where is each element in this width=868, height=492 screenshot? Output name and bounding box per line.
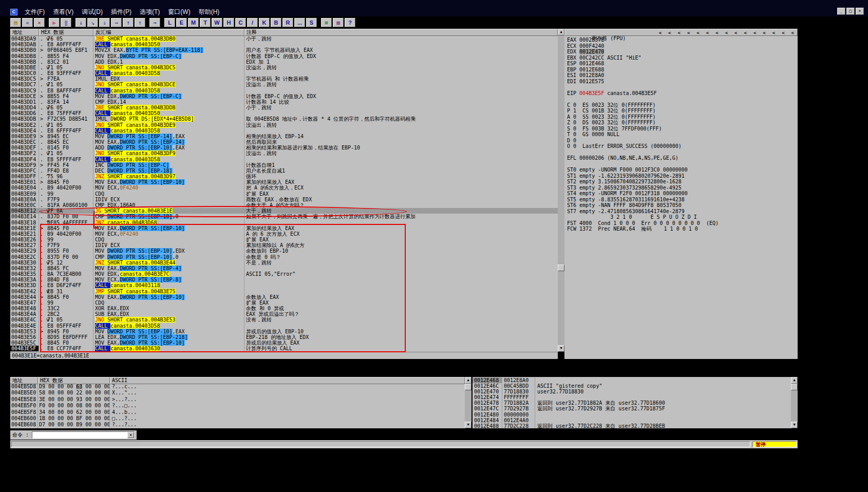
disasm-row[interactable]: 004B3DD6. E8 75FFF4FFCALL canasta.00403D… [10,110,558,116]
memory-map-button[interactable]: M [188,18,199,27]
register-line[interactable]: O 0 LastErr ERROR_SUCCESS (00000000) [567,143,798,149]
run-button[interactable]: ▶ [49,18,60,27]
call-stack-button[interactable]: K [259,18,270,27]
register-line[interactable]: EBX 00C242CC ASCII "HiE" [567,55,798,61]
register-line[interactable]: EAX 0002B37E [567,37,798,43]
references-button[interactable]: R [282,18,293,27]
stack-row[interactable]: 0012E474FFFFFFFF [473,394,791,400]
disasm-row[interactable]: 004B3DD1. 83FA 14CMP EDX,14计数器和 14 比较 [10,99,558,105]
register-line[interactable]: 3 2 1 0 E S P U O Z D I [567,214,798,220]
breakpoints-button[interactable]: B [271,18,281,27]
register-line[interactable]: Z 0 DS 0023 32位 0(FFFFFFFF) [567,120,798,126]
stack-scrollbar[interactable]: ▲ ▼ [791,377,798,428]
disasm-row[interactable]: 004B3DB8. 8B55 F4MOV EDX,DWORD PTR SS:[E… [10,53,558,59]
cpu-button[interactable]: C [235,18,246,27]
disasm-row[interactable]: 004B3DE2. v71 05JNO SHORT canasta.004B3D… [10,122,558,128]
disasm-row[interactable]: 004B3E01> 8B45 F0MOV EAX,DWORD PTR SS:[E… [10,179,558,185]
register-line[interactable]: ST7 empty -2.4718085630861641740e-2879 [567,209,798,215]
dump-row[interactable]: 004EB5E83E 00 00 00 93 00 00 00>...?... [10,396,465,403]
disasm-row[interactable]: 004B3DF4. E8 5FFFF4FFCALL canasta.00403D… [10,157,558,162]
register-line[interactable]: C 0 ES 0023 32位 0(FFFFFFFF) [567,102,798,108]
stack-row[interactable]: 0012E4840012E4A0 [473,418,791,423]
disasm-row[interactable]: 004B3DC9. E8 8AFFF4FFCALL canasta.00403D… [10,88,558,93]
pause-button[interactable]: ‖ [61,18,71,27]
minimize-window-button[interactable]: _ [837,8,845,15]
collapse-chevron-icon[interactable]: < [791,30,794,36]
register-line[interactable]: D 0 [567,138,798,144]
register-line[interactable]: EDX 0012E470 [567,49,798,55]
disasm-row[interactable]: 004B3DB0> 0FB68405 E8F1MOVZX EAX,BYTE PT… [10,47,558,53]
collapse-chevron-icon[interactable]: < [763,30,765,36]
threads-button[interactable]: T [200,18,211,27]
register-line[interactable]: EDI 0012E575 [567,79,798,85]
windows-button[interactable]: W [212,18,222,27]
collapse-chevron-icon[interactable]: < [668,30,671,36]
dump-row[interactable]: 004EB5E058 00 00 00 22 00 00 00X..."... [10,390,465,396]
register-line[interactable]: ECX 000F4240 [567,43,798,49]
dump-scrollbar[interactable]: ▲ ▼ [465,377,471,428]
help-button[interactable]: ? [345,18,355,27]
disasm-row[interactable]: 004B3DFF. ^75 96JNZ SHORT canasta.004B3D… [10,174,558,179]
close-program-button[interactable]: × [34,18,45,27]
menu-options[interactable]: 选项(T) [136,8,164,16]
menu-file[interactable]: 文件(F) [21,8,49,16]
register-line[interactable]: P 1 CS 001B 32位 0(FFFFFFFF) [567,108,798,114]
scroll-down-icon[interactable]: ▼ [791,422,798,428]
dump-row[interactable]: 004EB5F0F0 00 00 00 08 00 00 00?...□... [10,403,465,409]
go-to-button[interactable]: → [149,18,160,27]
appearance-button[interactable]: ▦ [333,18,344,27]
register-line[interactable]: FCW 1372 Prec NEAR,64 掩码 1 1 0 0 1 0 [567,226,798,232]
menu-help[interactable]: 帮助(H) [195,8,224,16]
command-dropdown-icon[interactable]: ▼ [127,432,134,438]
execute-till-user-button[interactable]: ⇑ [135,18,145,27]
options-window-button[interactable]: ≡ [321,18,332,27]
register-line[interactable]: S 0 FS 003B 32位 7FFDF000(FFF) [567,126,798,132]
dump-row[interactable]: 004EB5D8D9 00 00 00 63 00 00 00?...c... [10,384,465,390]
dump-row[interactable]: 004EB6001B 00 00 00 BF 00 00 00□...?... [10,415,465,422]
source-button[interactable]: S [306,18,317,27]
command-combobox[interactable]: ▼ [32,431,135,439]
collapse-chevron-icon[interactable]: < [659,30,662,36]
open-button[interactable]: ▤ [10,18,21,27]
disasm-row[interactable]: 004B3DE4. E8 6FFFF4FFCALL canasta.00403D… [10,128,558,134]
patches-button[interactable]: / [247,18,258,27]
scroll-down-icon[interactable]: ▼ [465,422,471,428]
restore-window-button[interactable]: □ [846,8,855,15]
app-icon[interactable]: C [10,9,17,15]
collapse-chevron-icon[interactable]: < [678,30,681,36]
register-line[interactable]: ST2 empty 3.1508670408229732800e-1628 [567,179,798,185]
register-line[interactable]: FST 4000 Cond 1 0 0 0 Err 0 0 0 0 0 0 0 … [567,220,798,226]
register-line[interactable]: ST6 empty -NAN FFFF 804D9FF8 80537050 [567,202,798,209]
command-input[interactable] [33,432,127,438]
menu-window[interactable]: 窗口(W) [164,8,194,16]
register-line[interactable]: EBP 0012E688 [567,67,798,73]
collapse-chevron-icon[interactable]: < [782,30,784,36]
disasm-row[interactable]: 004B3DA9. v76 05JBE SHORT canasta.004B3D… [10,36,558,42]
disasm-row[interactable]: 004B3DEC. 8B45 ECMOV EAX,DWORD PTR SS:[E… [10,139,558,145]
register-line[interactable]: ESP 0012E468 [567,61,798,67]
scroll-thumb[interactable] [791,384,798,390]
collapse-chevron-icon[interactable]: < [772,30,775,36]
stack-row[interactable]: 0012E48877D2C228返回到 user32.77D2C228 来自 u… [473,423,791,428]
collapse-chevron-icon[interactable]: < [696,30,699,36]
disasm-row[interactable]: 004B3DC5> F7EAIMUL EDX字节机器码 和 计数器相乘 [10,76,558,82]
register-line[interactable]: ESI 0012E8A0 [567,72,798,79]
disasm-scrollbar[interactable]: ▲ ▼ [558,29,564,352]
register-line[interactable]: ST3 empty 2.8659230373298658290e-4925 [567,185,798,191]
disasm-row[interactable]: 004B3DC0. E8 93FFF4FFCALL canasta.00403D… [10,70,558,76]
register-line[interactable] [567,149,798,156]
disasm-row[interactable]: 004B3DF2. v71 05JNO SHORT canasta.004B3D… [10,150,558,156]
dump-row[interactable]: 004EB608D7 00 00 00 B9 00 00 00?...?... [10,422,465,428]
scroll-thumb[interactable] [558,264,564,271]
execute-till-return-button[interactable]: ↑ [123,18,134,27]
collapse-chevron-icon[interactable]: < [753,30,756,36]
collapse-chevron-icon[interactable]: < [744,30,746,36]
run-trace-button[interactable]: ... [294,18,305,27]
register-line[interactable]: ST5 empty -8.8355162870311691610e+4238 [567,197,798,203]
stack-row[interactable]: 0012E47077D18830user32.77D18830 [473,389,791,394]
step-into-button[interactable]: ↓ [76,18,86,27]
scroll-thumb[interactable] [465,384,471,390]
register-line[interactable]: EFL 00000206 (NO,NB,NE,A,NS,PE,GE,G) [567,155,798,161]
menu-plugins[interactable]: 插件(P) [107,8,136,16]
close-window-button[interactable]: × [856,8,864,15]
